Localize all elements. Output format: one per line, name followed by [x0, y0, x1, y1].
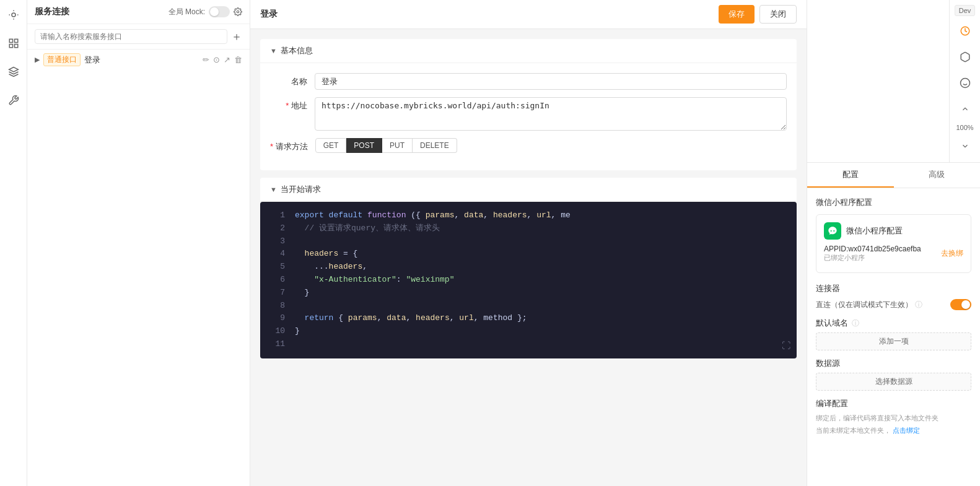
tools-icon[interactable]: [5, 92, 22, 109]
sidebar-icons: [0, 0, 27, 486]
export-icon[interactable]: ↗: [224, 55, 230, 64]
layers-icon[interactable]: [5, 63, 22, 80]
face-icon[interactable]: [954, 72, 976, 94]
code-line-11: 11: [260, 338, 797, 351]
direct-toggle[interactable]: [950, 299, 971, 310]
basic-info-title: 基本信息: [281, 45, 313, 56]
name-input[interactable]: [315, 73, 787, 90]
basic-info-body: 名称 地址 https://nocobase.mybricks.world/ap…: [260, 63, 797, 170]
settings-icon[interactable]: [234, 7, 242, 16]
code-line-4: 4 headers = {: [260, 248, 797, 261]
tab-config[interactable]: 配置: [807, 163, 894, 188]
wechat-config-box: 微信小程序配置 APPID:wx0741db25e9caefba 已绑定小程序 …: [816, 214, 971, 273]
expand-icon[interactable]: ⛶: [782, 339, 790, 353]
dev-badge: Dev: [955, 5, 976, 16]
code-line-8: 8: [260, 300, 797, 313]
svg-rect-1: [9, 39, 12, 42]
request-section-header[interactable]: ▼ 当开始请求: [260, 178, 797, 202]
appid-row: APPID:wx0741db25e9caefba 已绑定小程序 去换绑: [824, 245, 963, 263]
logo-icon[interactable]: [5, 6, 22, 24]
connector-row: 直连（仅在调试模式下生效） ⓘ: [816, 299, 971, 310]
toolbar-actions: 保存 关闭: [719, 5, 797, 24]
connector-title: 连接器: [816, 283, 971, 294]
add-item-button[interactable]: 添加一项: [816, 332, 971, 350]
right-tabs: 配置 高级: [807, 163, 980, 188]
close-button[interactable]: 关闭: [759, 5, 797, 24]
api-item-actions: ✏ ⊙ ↗ 🗑: [203, 55, 242, 64]
add-api-button[interactable]: ＋: [231, 31, 242, 42]
left-panel-title: 服务连接: [35, 6, 69, 17]
code-line-2: 2 // 设置请求query、请求体、请求头: [260, 222, 797, 235]
code-line-3: 3: [260, 235, 797, 248]
chevron-down-icon: ▼: [270, 47, 277, 54]
name-label: 名称: [270, 73, 307, 87]
basic-info-header[interactable]: ▼ 基本信息: [260, 39, 797, 63]
switch-binding-button[interactable]: 去换绑: [941, 248, 963, 259]
mock-toggle-area: 全局 Mock:: [168, 6, 242, 17]
main-content: 登录 保存 关闭 ▼ 基本信息 名称 地址 https://nocobase.m…: [250, 0, 807, 486]
svg-point-7: [960, 79, 969, 88]
timer-icon[interactable]: [954, 20, 976, 42]
method-row: 请求方法 GET POST PUT DELETE: [270, 138, 787, 153]
appid-text: APPID:wx0741db25e9caefba: [824, 245, 921, 253]
compile-link: 当前未绑定本地文件夹， 点击绑定: [816, 426, 971, 435]
api-group-label: 普通接口: [43, 53, 81, 66]
name-row: 名称: [270, 73, 787, 90]
right-icon-bar: Dev: [949, 0, 980, 162]
method-get[interactable]: GET: [315, 138, 347, 153]
copy-icon[interactable]: ⊙: [213, 55, 220, 64]
compile-title: 编译配置: [816, 398, 971, 409]
request-section-body: 1 export default function ({ params, dat…: [260, 202, 797, 358]
default-name-title: 默认域名: [816, 318, 848, 329]
request-section: ▼ 当开始请求 1 export default function ({ par…: [260, 178, 797, 358]
method-label: 请求方法: [270, 138, 308, 152]
svg-point-0: [12, 13, 15, 17]
search-input[interactable]: [35, 29, 227, 44]
delete-icon[interactable]: 🗑: [234, 55, 242, 64]
address-input[interactable]: https://nocobase.mybricks.world/api/auth…: [315, 97, 787, 131]
data-source-title: 数据源: [816, 358, 971, 369]
svg-rect-3: [9, 45, 12, 48]
main-body: ▼ 基本信息 名称 地址 https://nocobase.mybricks.w…: [250, 29, 807, 486]
chevron-down-icon-2: ▼: [270, 186, 277, 193]
right-body: 微信小程序配置 微信小程序配置 APPID:wx0741db25e9caefba…: [807, 188, 980, 486]
cube-icon[interactable]: [954, 46, 976, 68]
code-line-10: 10 }: [260, 325, 797, 338]
code-line-7: 7 }: [260, 287, 797, 300]
mock-toggle[interactable]: [209, 6, 230, 17]
right-panel-spacer: [807, 0, 949, 162]
wechat-title: 微信小程序配置: [846, 225, 903, 236]
code-editor[interactable]: 1 export default function ({ params, dat…: [260, 202, 797, 358]
svg-rect-4: [14, 45, 17, 48]
grid-icon[interactable]: [5, 35, 22, 52]
save-button[interactable]: 保存: [719, 5, 755, 24]
tab-advanced[interactable]: 高级: [894, 163, 981, 188]
svg-point-5: [237, 11, 239, 13]
search-area: ＋: [27, 24, 250, 50]
method-buttons: GET POST PUT DELETE: [315, 138, 457, 153]
select-datasource-button[interactable]: 选择数据源: [816, 373, 971, 391]
chevron-up-icon[interactable]: [954, 98, 976, 120]
api-group-row[interactable]: ▶ 普通接口 登录 ✏ ⊙ ↗ 🗑: [27, 50, 250, 70]
direct-label: 直连（仅在调试模式下生效）: [816, 300, 912, 310]
panel-title-text: 服务连接: [35, 6, 69, 17]
main-title: 登录: [260, 9, 278, 20]
wechat-section-title: 微信小程序配置: [816, 197, 971, 208]
method-put[interactable]: PUT: [382, 138, 413, 153]
edit-icon[interactable]: ✏: [203, 55, 209, 64]
chevron-down-icon-right[interactable]: [954, 135, 976, 157]
left-panel-header: 服务连接 全局 Mock:: [27, 0, 250, 24]
svg-rect-2: [14, 39, 17, 42]
appid-status: 已绑定小程序: [824, 253, 921, 263]
compile-desc: 绑定后，编译代码将直接写入本地文件夹: [816, 413, 971, 423]
compile-bind-link[interactable]: 点击绑定: [893, 427, 920, 434]
main-toolbar: 登录 保存 关闭: [250, 0, 807, 29]
default-name-row: 默认域名 ⓘ: [816, 318, 971, 329]
address-label: 地址: [270, 97, 307, 111]
method-post[interactable]: POST: [346, 138, 382, 153]
code-line-9: 9 return { params, data, headers, url, m…: [260, 312, 797, 325]
right-panel: Dev: [807, 0, 980, 486]
basic-info-section: ▼ 基本信息 名称 地址 https://nocobase.mybricks.w…: [260, 39, 797, 170]
method-delete[interactable]: DELETE: [413, 138, 457, 153]
code-line-6: 6 "x-Authenticator": "weixinmp": [260, 274, 797, 287]
